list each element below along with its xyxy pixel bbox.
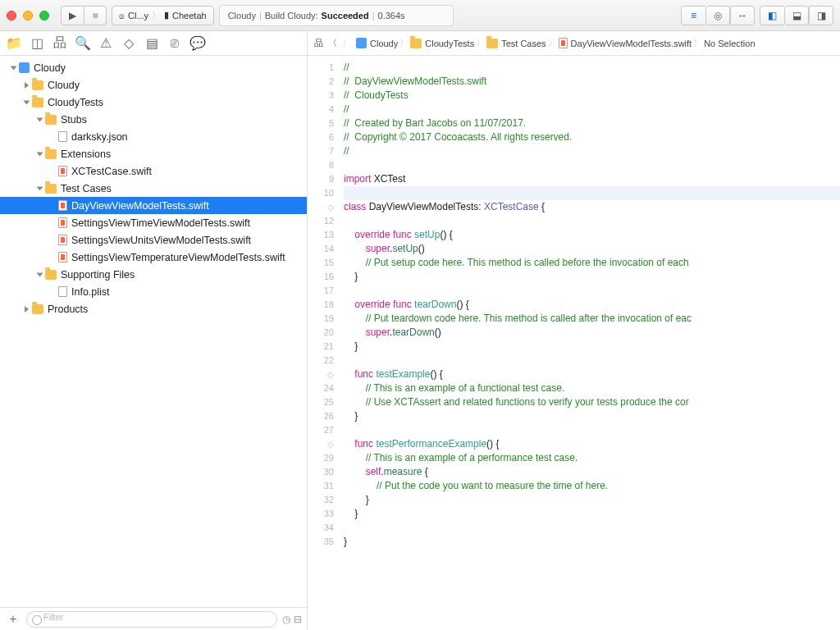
test-diamond-icon[interactable]: ◇: [327, 203, 334, 212]
code-line[interactable]: // This is an example of a performance t…: [344, 451, 840, 465]
editor-mode-segmented[interactable]: ≡ ◎ ↔: [681, 6, 755, 25]
breakpoint-navigator-icon[interactable]: ⎚: [167, 36, 182, 51]
breadcrumb-item[interactable]: DayViewViewModelTests.swift: [559, 38, 692, 48]
code-line[interactable]: class DayViewViewModelTests: XCTestCase …: [344, 200, 840, 214]
test-diamond-icon[interactable]: ◇: [327, 370, 334, 379]
code-line[interactable]: // DayViewViewModelTests.swift: [344, 75, 840, 89]
disclosure-triangle-icon[interactable]: [37, 186, 43, 190]
stop-button[interactable]: ■: [84, 6, 107, 25]
close-window-button[interactable]: [7, 11, 16, 21]
code-line[interactable]: [344, 158, 840, 172]
gutter-line[interactable]: 6: [308, 130, 334, 144]
gutter-line[interactable]: 24: [308, 381, 334, 395]
zoom-window-button[interactable]: [39, 11, 49, 21]
gutter-line[interactable]: 21: [308, 340, 334, 354]
code-line[interactable]: [344, 186, 840, 200]
recent-filter-icon[interactable]: ◷: [282, 614, 290, 625]
gutter-line[interactable]: 19: [308, 312, 334, 326]
disclosure-triangle-icon[interactable]: [25, 306, 29, 313]
code-line[interactable]: func testPerformanceExample() {: [344, 437, 840, 451]
gutter-line[interactable]: 5: [308, 116, 334, 130]
test-navigator-icon[interactable]: ◇: [121, 36, 136, 51]
gutter-line[interactable]: ◇: [308, 437, 334, 451]
code-line[interactable]: // Use XCTAssert and related functions t…: [344, 395, 840, 409]
tree-row[interactable]: Cloudy: [0, 76, 307, 94]
disclosure-triangle-icon[interactable]: [24, 100, 30, 104]
tree-row[interactable]: Test Cases: [0, 180, 307, 197]
code-line[interactable]: self.measure {: [344, 465, 840, 479]
scm-filter-icon[interactable]: ⊟: [294, 614, 302, 625]
run-button[interactable]: ▶: [61, 6, 84, 25]
gutter-line[interactable]: 12: [308, 214, 334, 228]
gutter-line[interactable]: 32: [308, 493, 334, 507]
breadcrumb-item[interactable]: Test Cases: [486, 39, 546, 48]
code-line[interactable]: // This is an example of a functional te…: [344, 381, 840, 395]
gutter-line[interactable]: 3: [308, 89, 334, 103]
breadcrumb-item[interactable]: No Selection: [704, 39, 755, 48]
symbol-navigator-icon[interactable]: 品: [52, 36, 67, 51]
gutter-line[interactable]: 20: [308, 326, 334, 340]
code-line[interactable]: override func setUp() {: [344, 228, 840, 242]
code-line[interactable]: super.setUp(): [344, 242, 840, 256]
disclosure-triangle-icon[interactable]: [11, 66, 17, 70]
file-tree[interactable]: CloudyCloudyCloudyTestsStubsdarksky.json…: [0, 56, 307, 607]
code-editor[interactable]: 12345678910◇1213141516171819202122◇24252…: [308, 56, 840, 630]
navigator-filter-input[interactable]: Filter: [26, 611, 277, 628]
related-items-icon[interactable]: 品: [314, 37, 323, 49]
breadcrumb[interactable]: Cloudy〉CloudyTests〉Test Cases〉DayViewVie…: [356, 37, 756, 49]
code-line[interactable]: super.tearDown(): [344, 326, 840, 340]
gutter-line[interactable]: 10: [308, 186, 334, 200]
gutter-line[interactable]: 30: [308, 465, 334, 479]
source-control-navigator-icon[interactable]: ◫: [30, 36, 44, 51]
gutter-line[interactable]: 34: [308, 521, 334, 535]
disclosure-triangle-icon[interactable]: [25, 82, 29, 89]
assistant-editor-icon[interactable]: ◎: [705, 6, 730, 25]
gutter-line[interactable]: 26: [308, 409, 334, 423]
toggle-navigator-icon[interactable]: ◧: [760, 6, 784, 25]
tree-row[interactable]: darksky.json: [0, 128, 307, 145]
gutter-line[interactable]: 2: [308, 75, 334, 89]
code-line[interactable]: }: [344, 270, 840, 284]
toggle-inspector-icon[interactable]: ◨: [809, 6, 833, 25]
tree-row[interactable]: Supporting Files: [0, 266, 307, 283]
tree-row[interactable]: SettingsViewUnitsViewModelTests.swift: [0, 231, 307, 249]
code-line[interactable]: [344, 354, 840, 368]
gutter-line[interactable]: ◇: [308, 368, 334, 381]
gutter-line[interactable]: 17: [308, 284, 334, 298]
code-content[interactable]: //// DayViewViewModelTests.swift// Cloud…: [339, 56, 840, 630]
gutter-line[interactable]: [308, 549, 334, 563]
code-line[interactable]: }: [344, 507, 840, 521]
code-line[interactable]: // Created by Bart Jacobs on 11/07/2017.: [344, 116, 840, 130]
add-button[interactable]: +: [5, 612, 21, 627]
tree-row[interactable]: Stubs: [0, 111, 307, 128]
gutter-line[interactable]: 4: [308, 103, 334, 116]
code-line[interactable]: //: [344, 144, 840, 158]
code-line[interactable]: }: [344, 493, 840, 507]
test-diamond-icon[interactable]: ◇: [327, 440, 334, 449]
report-navigator-icon[interactable]: 💬: [190, 36, 205, 51]
code-line[interactable]: // Put setup code here. This method is c…: [344, 256, 840, 270]
gutter-line[interactable]: 9: [308, 172, 334, 186]
breadcrumb-item[interactable]: Cloudy: [356, 38, 398, 48]
code-line[interactable]: override func tearDown() {: [344, 298, 840, 312]
code-line[interactable]: }: [344, 340, 840, 354]
tree-row[interactable]: CloudyTests: [0, 94, 307, 111]
code-line[interactable]: [344, 284, 840, 298]
gutter-line[interactable]: 31: [308, 479, 334, 493]
gutter-line[interactable]: 16: [308, 270, 334, 284]
code-line[interactable]: import XCTest: [344, 172, 840, 186]
panel-toggle-segmented[interactable]: ◧ ⬓ ◨: [760, 6, 833, 25]
gutter-line[interactable]: 35: [308, 535, 334, 549]
gutter-line[interactable]: 18: [308, 298, 334, 312]
version-editor-icon[interactable]: ↔: [730, 6, 755, 25]
code-line[interactable]: [344, 521, 840, 535]
gutter-line[interactable]: 14: [308, 242, 334, 256]
scheme-selector[interactable]: ⌾ Cl...y 〉 ▮ Cheetah: [112, 6, 214, 25]
tree-row[interactable]: Info.plist: [0, 283, 307, 300]
breadcrumb-item[interactable]: CloudyTests: [410, 39, 474, 48]
disclosure-triangle-icon[interactable]: [37, 117, 43, 121]
gutter-line[interactable]: 8: [308, 158, 334, 172]
debug-navigator-icon[interactable]: ▤: [144, 36, 159, 51]
code-line[interactable]: // Put the code you want to measure the …: [344, 479, 840, 493]
code-line[interactable]: //: [344, 61, 840, 75]
